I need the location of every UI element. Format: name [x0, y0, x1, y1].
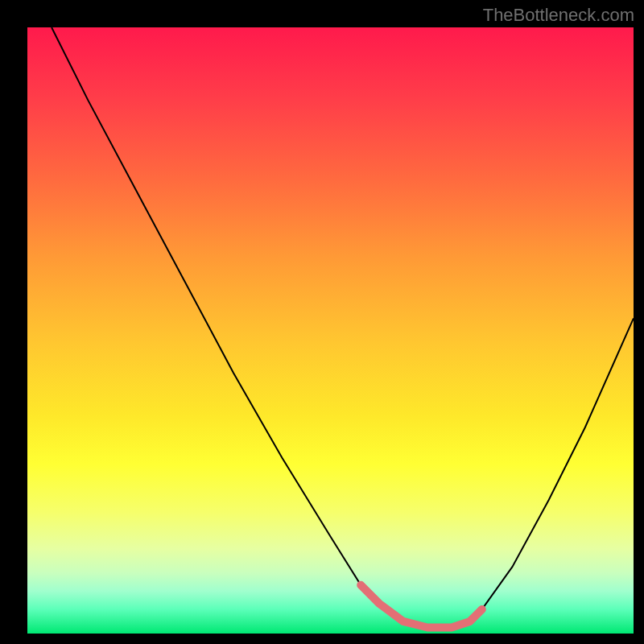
- bottleneck-curve: [52, 27, 634, 628]
- watermark-text: TheBottleneck.com: [483, 5, 634, 26]
- plot-area: [27, 27, 634, 634]
- curve-layer: [27, 27, 634, 634]
- optimal-band-marker: [361, 585, 482, 628]
- chart-frame: TheBottleneck.com: [0, 0, 644, 644]
